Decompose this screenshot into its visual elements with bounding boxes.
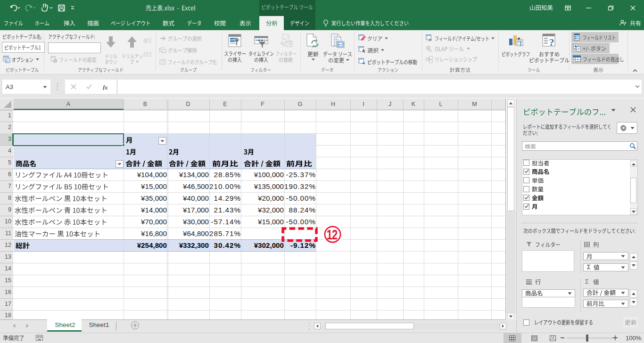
svg-text:fx: fx <box>103 84 107 90</box>
svg-text:i: i <box>55 59 56 63</box>
svg-text:7: 7 <box>162 60 164 64</box>
svg-text:?: ? <box>549 36 554 48</box>
svg-text:fx: fx <box>429 37 432 41</box>
svg-text:fx: fx <box>429 48 432 52</box>
